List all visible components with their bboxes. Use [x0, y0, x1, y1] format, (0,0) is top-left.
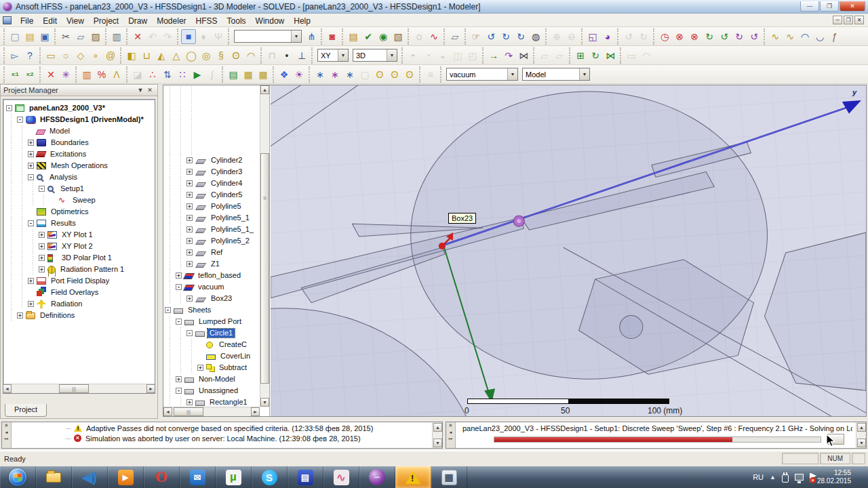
tree-item-hfssdesign1-drivenmodal[interactable]: -HFSSDesign1 (DrivenModal)*: [5, 114, 155, 125]
field-zoom-button[interactable]: ◌: [412, 29, 427, 44]
percent-error-button[interactable]: %: [94, 67, 109, 82]
tree-item-polyline5-2[interactable]: +Polyline5_2: [163, 235, 260, 247]
delete-button[interactable]: ✕: [130, 29, 145, 44]
taskbar-skype-button[interactable]: S: [252, 466, 288, 488]
tree-item-model[interactable]: Model: [5, 125, 155, 137]
curve-style-2-button[interactable]: ∿: [783, 29, 797, 44]
tree-item-boundaries[interactable]: +Boundaries: [5, 137, 155, 148]
tree-item-coverlin[interactable]: CoverLin: [163, 350, 260, 362]
context-help-button[interactable]: ?: [22, 48, 37, 63]
modeler-history-tree-panel[interactable]: +Cylinder2+Cylinder3+Cylinder4+Cylinder5…: [163, 85, 270, 416]
equation-curve-button[interactable]: ƒ: [827, 29, 842, 44]
bulb-option-2-button[interactable]: ʘ: [387, 67, 402, 82]
tray-chevron-up-icon[interactable]: ▲: [770, 474, 776, 481]
tree-item-non-model[interactable]: +Non-Model: [163, 373, 260, 385]
tree-item-setup1[interactable]: -Setup1: [5, 183, 155, 195]
modeler-viewport[interactable]: Box23 y 0 50 100 (mm): [271, 85, 866, 416]
expand-toggle[interactable]: +: [186, 180, 193, 186]
dropdown-arrow-icon[interactable]: ▼: [338, 49, 348, 61]
animate-play-button[interactable]: ▶: [190, 67, 205, 82]
expand-toggle[interactable]: +: [39, 232, 45, 238]
expand-toggle[interactable]: +: [176, 376, 182, 382]
tree-item-createc[interactable]: CreateC: [163, 339, 260, 350]
pan-button[interactable]: ☞: [469, 29, 484, 44]
validation-check-button[interactable]: ❖: [277, 67, 292, 82]
message-panel-grip[interactable]: ✕◂↦: [2, 422, 12, 448]
dropdown-arrow-icon[interactable]: ▼: [387, 49, 397, 61]
scroll-left-button[interactable]: ◄: [3, 384, 12, 393]
hscroll-thumb[interactable]: |||: [174, 407, 203, 416]
curve-style-1-button[interactable]: ∿: [768, 29, 783, 44]
save-button[interactable]: ▣: [37, 29, 52, 44]
mirror-button[interactable]: ⋈: [516, 48, 531, 63]
tree-item-z1[interactable]: +Z1: [163, 258, 260, 270]
expand-toggle[interactable]: +: [28, 140, 34, 146]
zoom-fit-button[interactable]: ◕: [600, 29, 615, 44]
material-combo[interactable]: vacuum▼: [446, 68, 518, 81]
matrix-entries-button[interactable]: ∴: [145, 67, 160, 82]
draw-spiral-3d-button[interactable]: ʘ: [229, 48, 243, 63]
local-cs-xy2-button[interactable]: x:2: [22, 67, 37, 82]
taskbar-volume-button[interactable]: ◀): [72, 466, 108, 488]
port-updown-button[interactable]: ⇅: [160, 67, 175, 82]
measure-position-button[interactable]: ✕: [43, 67, 58, 82]
tree-item-cylinder5[interactable]: +Cylinder5: [163, 189, 260, 201]
expand-toggle[interactable]: +: [176, 272, 182, 279]
message-manager-panel[interactable]: ✕◂↦ —!Adaptive Passes did not converge b…: [1, 422, 443, 449]
duplicate-along-line-button[interactable]: ⊞: [573, 48, 588, 63]
expand-toggle[interactable]: +: [186, 215, 193, 221]
menu-modeler[interactable]: Modeler: [152, 15, 191, 27]
expand-toggle[interactable]: +: [17, 312, 23, 319]
draw-cylinder-button[interactable]: ⊔: [139, 48, 154, 63]
edit-notes-button[interactable]: ▧: [391, 29, 406, 44]
solution-type-button[interactable]: ■: [181, 29, 196, 44]
cut-button[interactable]: ✂: [58, 29, 73, 44]
taskbar-calculator-button[interactable]: ▦: [431, 466, 467, 488]
tree-item-definitions[interactable]: +Definitions: [5, 310, 155, 321]
panel-close-icon[interactable]: ✕: [145, 87, 155, 94]
progress-panel[interactable]: ✕◂↦ paneLan23_2000_V3 - HFSSDesign1 - Se…: [446, 422, 867, 449]
taskbar-alert-button[interactable]: [395, 466, 431, 488]
solution-data-button[interactable]: ▤: [346, 29, 361, 44]
tree-item-rectangle1[interactable]: +Rectangle1: [163, 396, 260, 407]
rotate-model-button[interactable]: ↺: [484, 29, 498, 44]
message-warning[interactable]: —!Adaptive Passes did not converge based…: [13, 423, 431, 433]
menu-view[interactable]: View: [62, 15, 89, 27]
progress-panel-grip[interactable]: ✕◂↦: [446, 422, 456, 448]
validate-button[interactable]: ✔: [361, 29, 376, 44]
scroll-down-button[interactable]: ▼: [857, 439, 866, 447]
restore-button[interactable]: ❐: [820, 1, 839, 12]
collapse-toggle[interactable]: -: [6, 105, 12, 111]
tree-item-subtract[interactable]: +Subtract: [163, 362, 260, 373]
histogram-button[interactable]: ▥: [79, 67, 94, 82]
tree-item-mesh-operations[interactable]: +Mesh Operations: [5, 160, 155, 171]
local-cs-xy1-button[interactable]: x:1: [7, 67, 22, 82]
cs-tool-3-button[interactable]: ∗: [342, 67, 357, 82]
tree-item-polyline5[interactable]: +Polyline5: [163, 201, 260, 212]
arc-ccw-button[interactable]: ◡: [812, 29, 827, 44]
project-tree[interactable]: -paneLan23_2000_V3*-HFSSDesign1 (DrivenM…: [3, 99, 155, 394]
expand-toggle[interactable]: +: [186, 296, 193, 302]
menu-file[interactable]: File: [16, 15, 38, 27]
mesh-plot-volume-button[interactable]: ▦: [256, 67, 271, 82]
report-plot-button[interactable]: ∿: [427, 29, 441, 44]
menu-tools[interactable]: Tools: [222, 15, 251, 27]
quick-open-combo[interactable]: ▼: [234, 30, 302, 43]
draw-polygon-button[interactable]: ◇: [73, 48, 88, 63]
taskbar-media-player-button[interactable]: ▶: [108, 466, 144, 488]
drawing-plane-combo[interactable]: XY▼: [317, 49, 349, 62]
taskbar-start-button[interactable]: [0, 466, 36, 488]
tree-item-port-field-display[interactable]: +Port Field Display: [5, 275, 155, 287]
tree-item-vacuum[interactable]: -vacuum: [163, 281, 260, 293]
menu-project[interactable]: Project: [89, 15, 123, 27]
draw-rectangle-button[interactable]: ▭: [43, 48, 58, 63]
expand-toggle[interactable]: +: [28, 163, 34, 169]
tree-item-cylinder2[interactable]: +Cylinder2: [163, 155, 260, 166]
taskbar-opera-button[interactable]: O: [144, 466, 180, 488]
expand-toggle[interactable]: +: [39, 243, 45, 249]
print-button[interactable]: ▥: [109, 29, 124, 44]
collapse-toggle[interactable]: -: [39, 186, 45, 192]
bulb-option-3-button[interactable]: ʘ: [402, 67, 417, 82]
scroll-down-button[interactable]: ▼: [260, 398, 269, 407]
draw-box-button[interactable]: ◧: [124, 48, 139, 63]
